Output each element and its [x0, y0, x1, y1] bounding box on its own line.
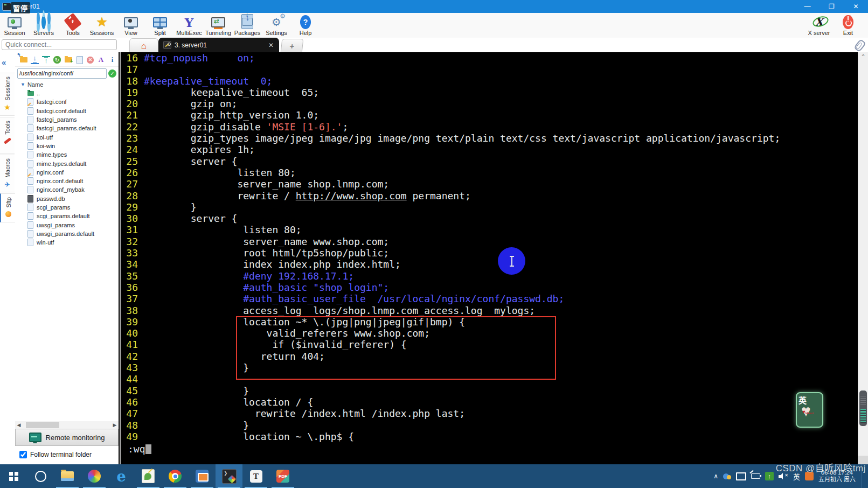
sidebar-tab-sessions[interactable]: Sessions★ [0, 73, 15, 116]
file-name: nginx.conf.default [37, 178, 83, 184]
download-icon[interactable]: ↓ [31, 56, 39, 64]
tray-chevron-up-icon[interactable]: ∧ [713, 472, 718, 480]
chrome-icon [169, 470, 182, 483]
toolbar-exit-button[interactable]: Exit [834, 13, 863, 38]
file-row[interactable]: koi-utf [15, 133, 119, 141]
taskbar-start-button[interactable] [0, 464, 27, 488]
file-icon-file [27, 221, 34, 228]
refresh-icon[interactable]: ↻ [53, 56, 61, 64]
collapse-sidebar-icon[interactable]: « [2, 58, 5, 67]
taskbar-image-viewer-button[interactable] [135, 464, 162, 488]
parent-dir-icon[interactable]: ↰ [19, 56, 27, 64]
upload-icon[interactable]: ↑ [42, 56, 50, 64]
taskbar-mobaxterm-button[interactable] [216, 464, 242, 488]
file-icon-parent [27, 90, 34, 97]
taskbar-chrome-button[interactable] [162, 464, 189, 488]
close-button[interactable]: ✕ [844, 0, 868, 13]
terminal-line: 46 location / { [119, 396, 858, 408]
go-path-icon[interactable]: ✓ [108, 69, 116, 78]
toolbar-xserver-button[interactable]: XX server [804, 13, 834, 38]
file-row[interactable]: mime.types [15, 150, 119, 159]
taskbar-explorer-button[interactable] [54, 464, 81, 488]
file-row[interactable]: fastcgi_params.default [15, 124, 119, 133]
scroll-up-icon[interactable]: ⌃ [858, 53, 868, 60]
file-row[interactable]: uwsgi_params [15, 220, 119, 229]
taskbar-typora-button[interactable]: T [242, 464, 269, 488]
taskbar-pdf-reader-button[interactable]: PDF [269, 464, 296, 488]
session-icon [8, 15, 22, 29]
toolbar-split-button[interactable]: Split [145, 13, 175, 38]
tray-cloud-icon[interactable] [723, 473, 731, 479]
file-row[interactable]: uwsgi_params.default [15, 229, 119, 238]
line-code: server { [144, 213, 237, 224]
new-file-icon[interactable] [75, 56, 84, 64]
file-list-header[interactable]: ▼ Name [15, 80, 119, 89]
file-row[interactable]: fastcgi.conf.default [15, 107, 119, 115]
rename-icon[interactable]: A [97, 56, 105, 64]
line-number: 41 [122, 339, 138, 350]
quick-connect-input[interactable] [2, 39, 117, 50]
file-row[interactable]: nginx.conf.default [15, 177, 119, 185]
file-row[interactable]: scgi_params [15, 203, 119, 212]
file-icon-file [27, 239, 34, 246]
tray-display-icon[interactable] [736, 472, 746, 480]
view-label: View [124, 30, 137, 36]
new-tab-button[interactable]: + [281, 39, 304, 53]
file-row[interactable]: fastcgi_params [15, 115, 119, 124]
clock-date: 五月初六 周六 [818, 476, 856, 483]
scrollbar-thumb[interactable] [26, 422, 59, 428]
toolbar-help-button[interactable]: ?Help [291, 13, 320, 38]
toolbar-sessions-button[interactable]: ★Sessions [87, 13, 116, 38]
scroll-left-icon[interactable]: ◀ [15, 422, 23, 428]
maximize-button[interactable]: ❐ [820, 0, 844, 13]
taskbar-vmware-button[interactable] [189, 464, 216, 488]
toolbar-multiexec-button[interactable]: YMultiExec [175, 13, 204, 38]
info-icon[interactable]: i [108, 56, 116, 64]
sftp-path-input[interactable] [17, 68, 107, 79]
delete-icon[interactable]: ✕ [87, 57, 94, 64]
file-icon-file [27, 107, 34, 114]
sidebar-tab-sftp[interactable]: Sftp [0, 193, 16, 222]
file-row[interactable]: scgi_params.default [15, 212, 119, 220]
toolbar-servers-button[interactable]: Servers [29, 13, 58, 38]
terminal-scrollbar[interactable]: ⌃ [858, 52, 868, 464]
sidebar-ball-icon [5, 210, 11, 219]
file-row[interactable]: nginx.conf [15, 168, 119, 177]
terminal[interactable]: 16#tcp_nopush on;1718#keepalive_timeout … [119, 52, 858, 464]
file-row[interactable]: fastcgi.conf [15, 97, 119, 106]
file-icon-file [27, 125, 34, 132]
follow-terminal-checkbox[interactable] [19, 451, 27, 458]
attachment-icon[interactable] [853, 39, 866, 52]
toolbar-tools-button[interactable]: Tools [58, 13, 87, 38]
toolbar-session-button[interactable]: Session [0, 13, 29, 38]
new-folder-icon[interactable]: + [64, 56, 72, 64]
tab-close-icon[interactable]: ✕ [268, 41, 274, 49]
edge-icon: e [116, 469, 126, 484]
sidebar-tab-tools[interactable]: Tools [0, 117, 15, 154]
tab-server01[interactable]: 3. server01 ✕ [158, 38, 279, 52]
horizontal-scrollbar[interactable]: ◀ ▶ [15, 421, 119, 429]
tray-battery-icon[interactable] [751, 473, 760, 479]
taskbar-edge-button[interactable]: e [108, 464, 135, 488]
scroll-right-icon[interactable]: ▶ [111, 422, 119, 428]
remote-monitoring-button[interactable]: Remote monitoring [15, 429, 119, 446]
toolbar-settings-button[interactable]: ⚙Settings [262, 13, 291, 38]
toolbar-packages-button[interactable]: Packages [233, 13, 262, 38]
tray-upload-icon[interactable]: ↑ [765, 472, 774, 480]
file-row[interactable]: .. [15, 89, 119, 97]
file-row[interactable]: mime.types.default [15, 159, 119, 168]
line-number: 49 [122, 431, 138, 442]
taskbar-browser-sphere-button[interactable] [81, 464, 108, 488]
file-row[interactable]: nginx.conf_mybak [15, 185, 119, 194]
sidebar-tab-macros[interactable]: Macros✈ [0, 155, 15, 192]
file-row[interactable]: koi-win [15, 142, 119, 150]
terminal-scrollbar-thumb[interactable] [859, 391, 867, 426]
file-row[interactable]: passwd.db [15, 194, 119, 203]
toolbar-tunneling-button[interactable]: Tunneling [204, 13, 233, 38]
terminal-line: 20 gzip on; [119, 98, 858, 109]
toolbar-view-button[interactable]: View [116, 13, 145, 38]
minimize-button[interactable]: — [795, 0, 820, 13]
home-tab[interactable]: ⌂ [129, 38, 158, 53]
file-row[interactable]: win-utf [15, 238, 119, 247]
taskbar-cortana-button[interactable] [27, 464, 54, 488]
